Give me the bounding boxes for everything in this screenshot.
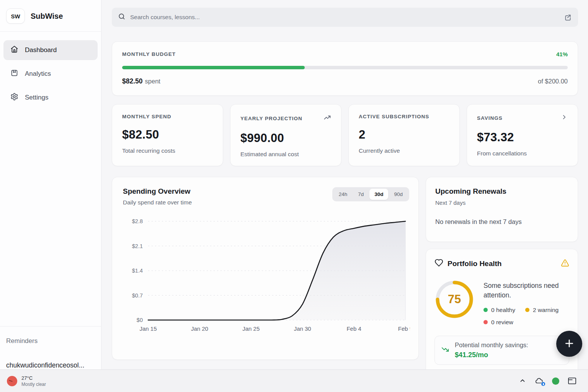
monthly-budget-card: MONTHLY BUDGET 41% $82.50spent of $200.0…	[112, 41, 578, 96]
time-range-selector: 24h 7d 30d 90d	[332, 187, 409, 201]
sidebar-item-label: Dashboard	[25, 46, 57, 54]
sidebar-item-label: Settings	[25, 94, 48, 101]
stat-value: $990.00	[240, 131, 331, 145]
review-dot-icon	[483, 320, 488, 324]
app-header: SW SubWise	[0, 0, 101, 32]
renewals-title: Upcoming Renewals	[435, 187, 568, 196]
health-score-ring: 75	[434, 279, 474, 319]
sidebar-item-dashboard[interactable]: Dashboard	[3, 40, 98, 60]
stat-subtitle: From cancellations	[477, 150, 568, 157]
monthly-spend-card: MONTHLY SPEND $82.50 Total recurring cos…	[112, 104, 223, 166]
search-input[interactable]	[130, 14, 559, 21]
sidebar-reminders-section: Reminders chukwudiconfidenceosol...	[0, 326, 101, 369]
chart-title: Spending Overview	[123, 187, 192, 196]
plus-icon	[564, 338, 575, 350]
app-name: SubWise	[31, 12, 63, 21]
gear-icon	[10, 93, 18, 103]
reminder-item[interactable]: chukwudiconfidenceosol...	[6, 361, 95, 369]
app-logo: SW	[6, 8, 25, 24]
savings-value: $41.25/mo	[455, 351, 528, 359]
budget-total: of $200.00	[538, 78, 568, 85]
legend-review: 0 review	[483, 319, 513, 326]
stat-value: $73.32	[477, 131, 568, 144]
svg-text:Feb 9: Feb 9	[398, 325, 410, 332]
svg-text:$2.8: $2.8	[132, 218, 143, 224]
stat-label: SAVINGS	[477, 115, 503, 121]
stats-row: MONTHLY SPEND $82.50 Total recurring cos…	[112, 104, 578, 166]
taskbar: 27°C Mostly clear	[0, 369, 588, 392]
chevron-right-icon[interactable]	[561, 114, 568, 122]
budget-spent: $82.50spent	[122, 77, 160, 85]
tray-expand-icon[interactable]	[519, 377, 526, 384]
trending-down-icon	[441, 345, 449, 355]
svg-text:Jan 15: Jan 15	[139, 325, 157, 332]
health-message: Some subscriptions need attention.	[483, 281, 569, 301]
health-score: 75	[434, 279, 474, 319]
search-bar	[112, 8, 578, 27]
sidebar-nav: Dashboard Analytics Settings	[0, 32, 101, 108]
range-90d-button[interactable]: 90d	[389, 189, 408, 200]
add-subscription-fab[interactable]	[556, 331, 582, 357]
svg-text:Jan 25: Jan 25	[242, 325, 260, 332]
health-legend: 0 healthy 2 warning 0 review	[483, 307, 569, 326]
main-content: MONTHLY BUDGET 41% $82.50spent of $200.0…	[101, 0, 588, 369]
sidebar-item-label: Analytics	[25, 70, 51, 78]
weather-icon	[7, 376, 17, 386]
stat-subtitle: Currently active	[359, 147, 449, 154]
budget-progress-fill	[122, 66, 305, 69]
upcoming-renewals-card: Upcoming Renewals Next 7 days No renewal…	[426, 177, 578, 242]
chart-subtitle: Daily spend rate over time	[123, 199, 192, 206]
trending-up-icon	[323, 114, 331, 123]
range-24h-button[interactable]: 24h	[334, 189, 353, 200]
svg-text:Jan 20: Jan 20	[191, 325, 208, 332]
range-7d-button[interactable]: 7d	[353, 189, 369, 200]
search-icon	[118, 13, 126, 22]
legend-warning: 2 warning	[525, 307, 559, 314]
warning-dot-icon	[525, 308, 529, 312]
home-icon	[10, 45, 18, 55]
sidebar-item-settings[interactable]: Settings	[3, 88, 98, 108]
svg-text:Jan 30: Jan 30	[294, 325, 311, 332]
renewals-subtitle: Next 7 days	[435, 199, 568, 206]
potential-savings-box: Potential monthly savings: $41.25/mo	[434, 336, 569, 365]
stat-value: $82.50	[122, 128, 213, 142]
svg-text:$2.1: $2.1	[132, 243, 143, 249]
status-green-icon[interactable]	[552, 377, 559, 385]
savings-label: Potential monthly savings:	[455, 341, 528, 349]
weather-condition: Mostly clear	[21, 382, 46, 387]
sidebar-item-analytics[interactable]: Analytics	[3, 64, 98, 84]
range-30d-button[interactable]: 30d	[369, 189, 388, 200]
notification-badge	[541, 382, 546, 386]
stat-subtitle: Estimated annual cost	[240, 151, 331, 158]
analytics-icon	[10, 69, 18, 79]
stat-value: 2	[359, 128, 449, 142]
stat-label: ACTIVE SUBSCRIPTIONS	[359, 114, 429, 119]
weather-temperature: 27°C	[21, 375, 46, 381]
portfolio-health-card: Portfolio Health 75 Som	[426, 249, 578, 381]
stat-label: MONTHLY SPEND	[122, 114, 172, 119]
budget-label: MONTHLY BUDGET	[122, 51, 176, 57]
heart-icon	[434, 258, 443, 269]
active-subscriptions-card: ACTIVE SUBSCRIPTIONS 2 Currently active	[348, 104, 460, 166]
health-title: Portfolio Health	[448, 260, 501, 268]
cloud-sync-icon[interactable]	[534, 377, 544, 385]
healthy-dot-icon	[483, 308, 488, 312]
open-external-icon[interactable]	[564, 13, 572, 21]
svg-text:$1.4: $1.4	[132, 268, 143, 274]
dashboard-lower-row: Spending Overview Daily spend rate over …	[112, 177, 578, 381]
yearly-projection-card: YEARLY PROJECTION $990.00 Estimated annu…	[230, 104, 341, 166]
spend-area-chart: $0$0.7$1.4$2.1$2.8Jan 15Jan 20Jan 25Jan …	[123, 215, 409, 338]
legend-healthy: 0 healthy	[483, 307, 515, 314]
stat-subtitle: Total recurring costs	[122, 147, 213, 154]
savings-card[interactable]: SAVINGS $73.32 From cancellations	[467, 104, 578, 166]
spending-overview-card: Spending Overview Daily spend rate over …	[112, 177, 419, 360]
svg-text:$0.7: $0.7	[132, 292, 143, 299]
right-column: Upcoming Renewals Next 7 days No renewal…	[426, 177, 578, 381]
warning-triangle-icon	[561, 259, 569, 269]
svg-text:$0: $0	[137, 317, 143, 323]
budget-percent: 41%	[556, 51, 568, 57]
sidebar: SW SubWise Dashboard Analytics Settings …	[0, 0, 101, 369]
window-icon[interactable]	[568, 377, 577, 385]
weather-widget[interactable]: 27°C Mostly clear	[7, 375, 46, 387]
renewals-empty-message: No renewals in the next 7 days	[435, 218, 568, 225]
